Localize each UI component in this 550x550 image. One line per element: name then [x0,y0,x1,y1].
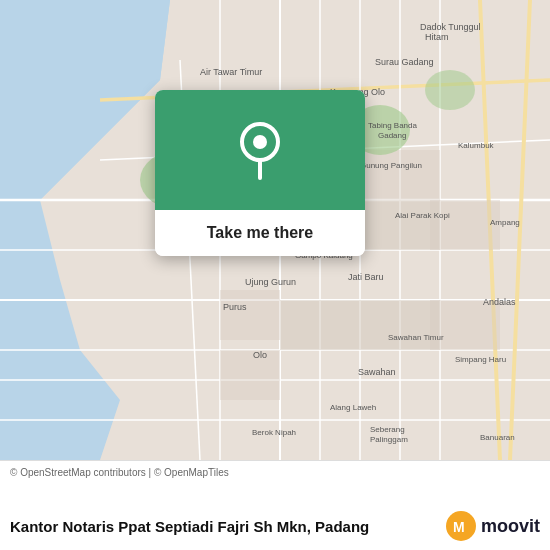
svg-rect-27 [430,300,500,350]
svg-text:Alai Parak Kopi: Alai Parak Kopi [395,211,450,220]
take-me-there-button[interactable]: Take me there [155,210,365,256]
moovit-text: moovit [481,516,540,537]
svg-text:Olo: Olo [253,350,267,360]
svg-point-62 [253,135,267,149]
svg-text:Gunung Pangilun: Gunung Pangilun [360,161,422,170]
svg-text:Gadang: Gadang [378,131,406,140]
location-pin-icon [235,120,285,180]
moovit-icon: M [445,510,477,542]
svg-text:Palinggam: Palinggam [370,435,408,444]
svg-text:Alang Laweh: Alang Laweh [330,403,376,412]
popup-green-area [155,90,365,210]
svg-text:Banuaran: Banuaran [480,433,515,442]
svg-text:Air Tawar Timur: Air Tawar Timur [200,67,262,77]
svg-text:Seberang: Seberang [370,425,405,434]
svg-text:Berok Nipah: Berok Nipah [252,428,296,437]
map-container[interactable]: Dadok Tunggul Hitam Surau Gadang Air Taw… [0,0,550,460]
svg-text:Purus: Purus [223,302,247,312]
svg-rect-28 [220,290,280,340]
svg-text:M: M [453,519,465,535]
svg-text:Kalumbuk: Kalumbuk [458,141,495,150]
svg-rect-29 [220,350,280,400]
svg-rect-21 [360,200,440,250]
popup-card: Take me there [155,90,365,256]
svg-rect-23 [360,300,440,350]
moovit-logo: M moovit [445,510,540,542]
svg-text:Sawahan Timur: Sawahan Timur [388,333,444,342]
svg-point-32 [425,70,475,110]
svg-text:Jati Baru: Jati Baru [348,272,384,282]
svg-text:Sawahan: Sawahan [358,367,396,377]
svg-text:Hitam: Hitam [425,32,449,42]
svg-text:Ujung Gurun: Ujung Gurun [245,277,296,287]
bottom-bar: © OpenStreetMap contributors | © OpenMap… [0,460,550,550]
svg-text:Surau Gadang: Surau Gadang [375,57,434,67]
svg-text:Simpang Haru: Simpang Haru [455,355,506,364]
svg-text:Tabing Banda: Tabing Banda [368,121,417,130]
svg-rect-22 [280,300,360,350]
svg-text:Ampang: Ampang [490,218,520,227]
svg-text:Dadok Tunggul: Dadok Tunggul [420,22,481,32]
svg-rect-25 [360,150,440,200]
place-info: Kantor Notaris Ppat Septiadi Fajri Sh Mk… [10,510,540,542]
svg-text:Andalas: Andalas [483,297,516,307]
attribution-text: © OpenStreetMap contributors | © OpenMap… [10,467,540,478]
place-name: Kantor Notaris Ppat Septiadi Fajri Sh Mk… [10,518,445,535]
